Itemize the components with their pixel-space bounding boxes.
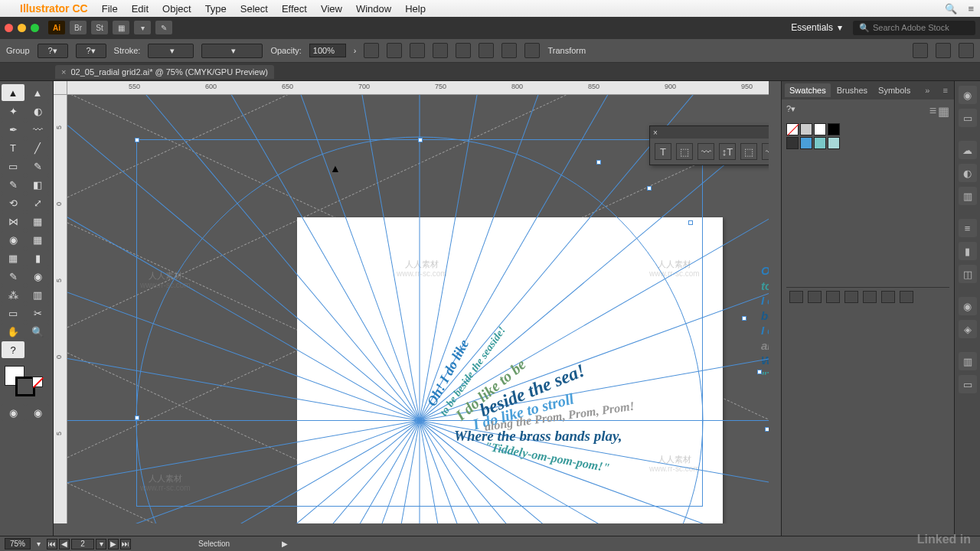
type-warp-icon[interactable]: 〰: [762, 143, 769, 160]
selection-bounding-box[interactable]: [136, 139, 703, 507]
fill-dropdown[interactable]: ?▾: [38, 44, 68, 58]
panel-menu-icon[interactable]: ≡: [940, 86, 951, 95]
horizontal-ruler[interactable]: 55060065070075080085090095010001050: [67, 81, 769, 95]
layers-icon[interactable]: ▭: [959, 109, 977, 127]
status-more-icon[interactable]: ▶: [282, 540, 288, 548]
swatch-lightteal[interactable]: [828, 137, 840, 149]
menu-type[interactable]: Type: [205, 3, 227, 15]
swatch-darkgrey[interactable]: [786, 137, 799, 149]
perspective-tool[interactable]: ▦: [26, 231, 49, 248]
mesh-tool[interactable]: ▦: [2, 249, 24, 266]
eraser-tool[interactable]: ◧: [26, 176, 49, 193]
swatch-group-icon[interactable]: [844, 291, 858, 303]
rectangle-tool[interactable]: ▭: [2, 158, 24, 174]
tab-symbols[interactable]: Symbols: [874, 83, 915, 97]
adobe-stock-search[interactable]: 🔍Search Adobe Stock: [853, 21, 975, 35]
type-vertical-icon[interactable]: ↕T: [719, 143, 736, 160]
scale-tool[interactable]: ⤢: [26, 194, 49, 211]
help-tool[interactable]: ?: [2, 341, 24, 358]
pen-tool[interactable]: ✒: [2, 121, 24, 138]
none-swatch[interactable]: [32, 377, 43, 387]
align-left-icon[interactable]: [410, 43, 425, 58]
close-tab-icon[interactable]: ×: [61, 67, 66, 77]
variable-width[interactable]: ▾: [201, 44, 263, 58]
menu-file[interactable]: File: [102, 3, 118, 15]
type-area-icon[interactable]: ⬚: [676, 143, 693, 160]
workspace-switcher[interactable]: Essentials▾: [785, 19, 848, 36]
panel-expand-icon[interactable]: »: [922, 86, 933, 95]
layers-panel-icon[interactable]: ▥: [959, 352, 977, 370]
swatch-black[interactable]: [828, 123, 840, 135]
curvature-tool[interactable]: 〰: [26, 121, 49, 138]
type-tool[interactable]: T: [2, 139, 24, 156]
libraries-icon[interactable]: ☁: [959, 141, 977, 159]
graphic-styles-icon[interactable]: ◈: [959, 320, 977, 338]
tab-brushes[interactable]: Brushes: [832, 83, 872, 97]
swatch-delete-icon[interactable]: [900, 291, 913, 303]
spotlight-icon[interactable]: 🔍: [945, 3, 957, 15]
properties-icon[interactable]: ◉: [959, 86, 977, 104]
swatch-blue[interactable]: [800, 137, 812, 149]
gpu-icon[interactable]: ▾: [134, 21, 151, 34]
align-center-icon[interactable]: [433, 43, 448, 58]
swatch-none[interactable]: [786, 123, 799, 135]
direct-selection-tool[interactable]: ▲: [26, 84, 49, 101]
isolate-icon[interactable]: [913, 43, 928, 58]
stroke-dropdown[interactable]: ?▾: [76, 44, 106, 58]
app-menu[interactable]: Illustrator CC: [20, 2, 88, 15]
last-artboard-icon[interactable]: ⏭: [120, 539, 131, 549]
tab-swatches[interactable]: Swatches: [785, 83, 831, 97]
type-path-icon[interactable]: 〰: [697, 143, 714, 160]
stroke-icon[interactable]: ≡: [959, 219, 977, 237]
lasso-tool[interactable]: ◐: [26, 103, 49, 119]
width-tool[interactable]: ⋈: [2, 213, 24, 230]
feedback-icon[interactable]: ✎: [155, 21, 172, 34]
type-char-icon[interactable]: T: [655, 143, 671, 160]
paintbrush-tool[interactable]: ✎: [26, 158, 49, 174]
arrange-icon[interactable]: ▦: [113, 21, 129, 34]
magic-wand-tool[interactable]: ✦: [2, 103, 24, 119]
ruler-corner[interactable]: [54, 81, 67, 95]
prev-artboard-icon[interactable]: ◀: [59, 539, 70, 549]
close-panel-icon[interactable]: ×: [653, 129, 658, 137]
swatch-fill-indicator[interactable]: ?▾: [786, 104, 795, 119]
document-tab[interactable]: × 02_05_radial grid2.ai* @ 75% (CMYK/GPU…: [55, 65, 274, 79]
stroke-weight[interactable]: ▾: [148, 44, 194, 58]
menu-object[interactable]: Object: [162, 3, 191, 15]
opacity-more[interactable]: ›: [354, 46, 357, 55]
swatches-panel[interactable]: ?▾ ≡▦: [782, 99, 954, 536]
stock-icon[interactable]: St: [91, 21, 108, 34]
gradient-tool[interactable]: ▮: [26, 249, 49, 266]
graph-tool[interactable]: ▥: [26, 286, 49, 303]
shaper-tool[interactable]: ✎: [2, 176, 24, 193]
shape-builder-tool[interactable]: ◉: [2, 231, 24, 248]
symbol-sprayer-tool[interactable]: ⁂: [2, 286, 24, 303]
list-view-icon[interactable]: ≡: [929, 104, 936, 119]
menu-edit[interactable]: Edit: [132, 3, 149, 15]
menu-help[interactable]: Help: [405, 3, 426, 15]
bridge-icon[interactable]: Br: [70, 21, 87, 34]
artboards-icon[interactable]: ▭: [959, 375, 977, 393]
draw-behind[interactable]: ◉: [26, 404, 49, 421]
align-bottom-icon[interactable]: [524, 43, 540, 58]
next-artboard-icon[interactable]: ▶: [108, 539, 119, 549]
recolor-icon[interactable]: [364, 43, 379, 58]
zoom-level[interactable]: 75%: [5, 538, 31, 549]
swatch-folder-icon[interactable]: [881, 291, 895, 303]
selection-tool[interactable]: ▲: [2, 84, 24, 101]
align-middle-icon[interactable]: [501, 43, 517, 58]
swatch-library-icon[interactable]: [789, 291, 803, 303]
grid-view-icon[interactable]: ▦: [938, 104, 949, 119]
slice-tool[interactable]: ✂: [26, 305, 49, 321]
swatch-white[interactable]: [814, 123, 826, 135]
panel-menu-icon[interactable]: [959, 43, 974, 58]
opacity-value[interactable]: 100%: [309, 44, 346, 57]
align-top-icon[interactable]: [479, 43, 494, 58]
fill-stroke-control[interactable]: [5, 366, 38, 399]
canvas-area[interactable]: 55060065070075080085090095010001050 5050…: [54, 81, 781, 536]
artboard-tool[interactable]: ▭: [2, 305, 24, 321]
swatch-new-icon[interactable]: [863, 291, 877, 303]
menu-select[interactable]: Select: [240, 3, 268, 15]
touch-type-panel[interactable]: ×« T ⬚ 〰 ↕T ⬚ 〰: [649, 126, 769, 165]
vertical-ruler[interactable]: 50505: [54, 95, 67, 523]
